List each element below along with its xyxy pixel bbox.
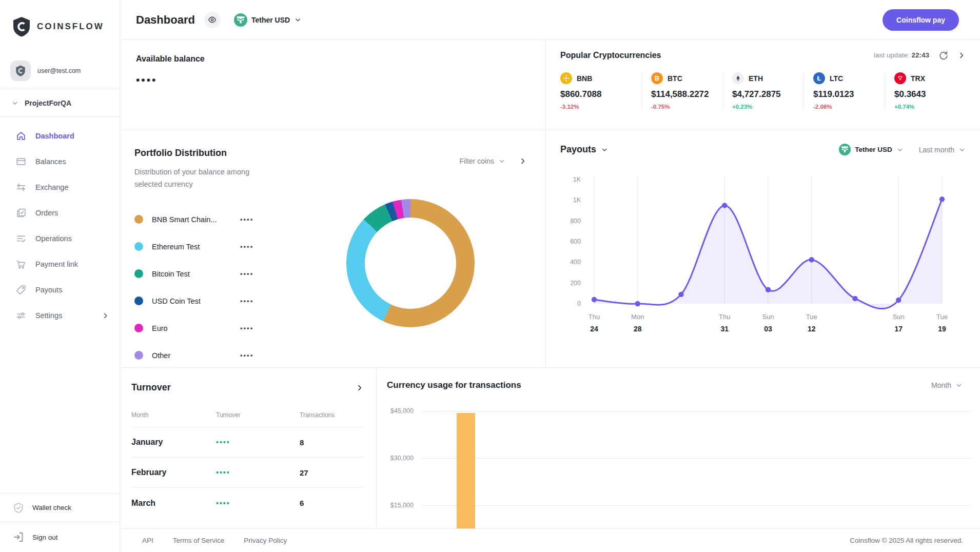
gridline [422, 458, 972, 459]
sidebar-spacer [0, 328, 120, 493]
coin-card-btc: B BTC $114,588.2272 -0.75% [641, 72, 722, 110]
turnover-masked-value: •••• [216, 468, 300, 477]
logout-icon [12, 531, 25, 543]
sidebar-item-operations[interactable]: Operations [0, 226, 120, 251]
payouts-currency-dropdown[interactable]: Tether USD [839, 144, 904, 155]
turnover-masked-value: •••• [216, 499, 300, 507]
coin-card-bnb: BNB $860.7088 -3.12% [560, 72, 641, 110]
page-title: Dashboard [136, 13, 195, 27]
last-update-text: last update: 22:43 [874, 51, 929, 59]
svg-text:28: 28 [634, 325, 642, 333]
legend-swatch [134, 351, 143, 360]
sidebar-item-exchange[interactable]: Exchange [0, 174, 120, 200]
legend-label: Other [152, 351, 231, 360]
sidebar-item-label: Balances [35, 157, 66, 166]
sidebar-item-payment-link[interactable]: Payment link [0, 251, 120, 277]
sidebar-item-balances[interactable]: Balances [0, 149, 120, 174]
refresh-icon [938, 50, 948, 60]
chevron-down-icon [958, 146, 966, 153]
svg-text:17: 17 [894, 325, 903, 333]
topbar: Dashboard Tether USD Coinsflow pay [120, 0, 980, 40]
swap-icon [15, 182, 27, 193]
portfolio-donut-chart [346, 199, 475, 327]
turnover-transactions: 27 [300, 468, 364, 477]
legend-label: BNB Smart Chain... [152, 215, 231, 224]
bnb-icon [560, 72, 572, 84]
project-selector[interactable]: ProjectForQA [0, 89, 120, 117]
coin-change: +0.23% [732, 104, 803, 110]
user-email: user@test.com [37, 67, 81, 74]
cart-icon [15, 259, 27, 270]
currency-selector[interactable]: Tether USD [234, 13, 302, 27]
table-row: January •••• 8 [131, 427, 364, 458]
svg-text:Mon: Mon [631, 313, 644, 321]
chevron-right-icon [519, 157, 527, 165]
svg-text:1K: 1K [573, 176, 581, 183]
sidebar-item-payouts[interactable]: Payouts [0, 277, 120, 303]
sidebar-item-orders[interactable]: Orders [0, 200, 120, 226]
chevron-down-icon [11, 100, 18, 107]
filter-coins-dropdown[interactable]: Filter coins [459, 157, 505, 165]
payouts-title-dropdown[interactable]: Payouts [560, 144, 608, 155]
sidebar-item-label: Orders [35, 209, 58, 217]
legend-label: USD Coin Test [152, 297, 231, 305]
payouts-range-label: Last month [919, 146, 954, 154]
payouts-range-dropdown[interactable]: Last month [919, 146, 966, 154]
refresh-button[interactable] [938, 50, 948, 60]
sidebar-item-settings[interactable]: Settings [0, 303, 120, 328]
svg-text:Thu: Thu [589, 313, 600, 321]
tether-icon [234, 13, 247, 27]
footer-link-api[interactable]: API [142, 537, 153, 544]
legend-label: Bitcoin Test [152, 270, 231, 278]
row-balance-popular: Available balance •••• Popular Cryptocur… [120, 40, 980, 130]
y-axis-label: $45,000 [377, 407, 414, 415]
turnover-table: Month Turnover Transactions January ••••… [131, 411, 364, 518]
toggle-balance-visibility-button[interactable] [204, 12, 221, 28]
orders-icon [15, 207, 27, 219]
currency-label: Tether USD [251, 16, 290, 24]
portfolio-next-button[interactable] [519, 157, 527, 165]
avatar [10, 61, 31, 81]
coinsflow-pay-button[interactable]: Coinsflow pay [883, 9, 959, 31]
legend-label: Ethereum Test [152, 243, 231, 251]
payouts-panel: Payouts Tether USD [546, 130, 980, 367]
sidebar-item-dashboard[interactable]: Dashboard [0, 123, 120, 149]
legend-swatch [134, 324, 143, 332]
turnover-title: Turnover [131, 382, 171, 393]
user-account[interactable]: user@test.com [0, 53, 120, 89]
portfolio-subtitle: Distribution of your balance among selec… [134, 166, 268, 190]
legend-item: Other •••• [134, 342, 531, 369]
main-area: Dashboard Tether USD Coinsflow pay Avail [120, 0, 980, 552]
footer-link-privacy[interactable]: Privacy Policy [244, 537, 287, 544]
table-row: February •••• 27 [131, 458, 364, 488]
sign-out-button[interactable]: Sign out [0, 522, 120, 552]
list-check-icon [15, 233, 27, 244]
legend-masked-value: •••• [240, 297, 253, 305]
legend-masked-value: •••• [240, 215, 253, 223]
sidebar-item-label: Payment link [35, 260, 78, 268]
svg-text:400: 400 [570, 259, 581, 266]
coin-symbol: BNB [577, 74, 592, 83]
coin-price: $4,727.2875 [732, 89, 803, 100]
turnover-month: March [131, 499, 216, 508]
chevron-down-icon [498, 157, 505, 165]
legend-masked-value: •••• [240, 324, 253, 332]
coin-price: $0.3643 [894, 89, 966, 100]
svg-text:200: 200 [570, 280, 581, 287]
svg-text:19: 19 [938, 325, 946, 333]
coin-price: $119.0123 [813, 89, 885, 100]
popular-next-button[interactable] [957, 51, 966, 60]
legend-masked-value: •••• [240, 270, 253, 278]
turnover-next-button[interactable] [356, 384, 364, 392]
portfolio-distribution-panel: Portfolio Distribution Distribution of y… [120, 130, 546, 367]
wallet-check-button[interactable]: Wallet check [0, 493, 120, 522]
sliders-icon [15, 310, 27, 321]
legend-masked-value: •••• [240, 243, 253, 250]
coin-symbol: LTC [830, 74, 843, 83]
coin-change: -3.12% [560, 104, 641, 110]
footer-link-terms[interactable]: Terms of Service [173, 537, 225, 544]
portfolio-legend: BNB Smart Chain... •••• Ethereum Test ••… [134, 206, 531, 369]
filter-coins-label: Filter coins [459, 157, 494, 165]
eth-icon [732, 72, 744, 84]
svg-text:Sun: Sun [893, 313, 905, 321]
